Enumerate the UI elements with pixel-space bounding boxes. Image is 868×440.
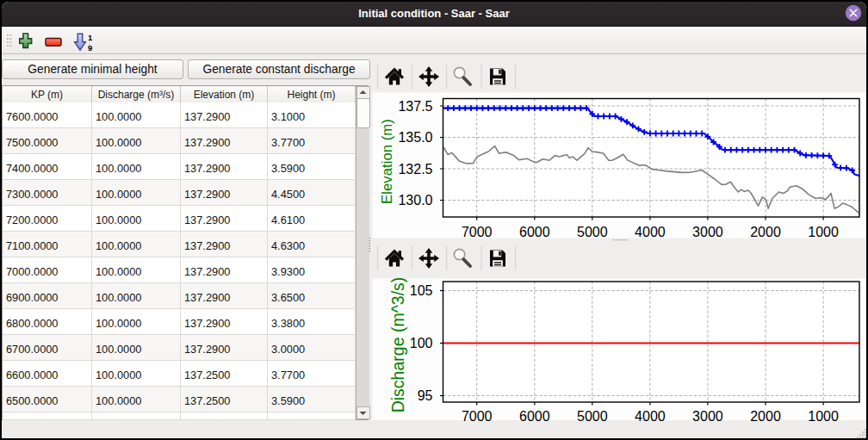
svg-text:5000: 5000 <box>577 225 608 239</box>
svg-text:3000: 3000 <box>692 409 723 424</box>
svg-text:1000: 1000 <box>808 225 839 239</box>
svg-text:130.0: 130.0 <box>398 193 432 208</box>
svg-text:3000: 3000 <box>692 225 723 239</box>
svg-text:105: 105 <box>410 283 433 298</box>
svg-text:4000: 4000 <box>635 409 666 424</box>
svg-text:Discharge (m^3/s): Discharge (m^3/s) <box>388 277 407 413</box>
svg-text:132.5: 132.5 <box>398 162 432 177</box>
svg-text:4000: 4000 <box>635 225 666 239</box>
svg-text:Elevation (m): Elevation (m) <box>379 119 395 204</box>
svg-text:2000: 2000 <box>750 225 781 239</box>
svg-text:135.0: 135.0 <box>398 130 432 145</box>
svg-text:1000: 1000 <box>808 409 839 424</box>
svg-text:7000: 7000 <box>462 225 493 239</box>
svg-text:6000: 6000 <box>519 225 550 239</box>
svg-text:2000: 2000 <box>750 409 781 424</box>
svg-text:6000: 6000 <box>519 409 550 424</box>
svg-text:5000: 5000 <box>577 409 608 424</box>
svg-text:9: 9 <box>88 43 92 52</box>
svg-text:95: 95 <box>418 388 433 403</box>
svg-text:137.5: 137.5 <box>398 99 432 114</box>
svg-text:7000: 7000 <box>462 409 493 424</box>
svg-text:100: 100 <box>410 336 433 350</box>
